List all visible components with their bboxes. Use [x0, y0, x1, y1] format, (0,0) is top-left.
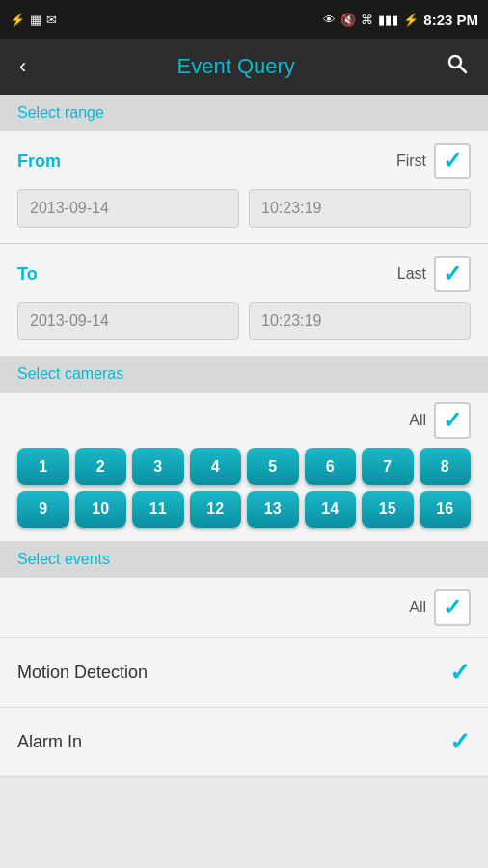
- camera-btn-13[interactable]: 13: [247, 491, 299, 528]
- to-last-row: Last ✓: [397, 256, 471, 292]
- camera-grid: 12345678910111213141516: [17, 448, 471, 528]
- image-icon: ▦: [30, 13, 41, 27]
- from-section: From First ✓ 2013-09-14 10:23:19: [0, 131, 488, 243]
- cameras-all-label: All: [409, 412, 426, 429]
- event-label-1: Alarm In: [17, 732, 82, 752]
- events-all-row: All ✓: [0, 578, 488, 638]
- from-date-time-row: 2013-09-14 10:23:19: [17, 189, 471, 228]
- event-label-0: Motion Detection: [17, 663, 148, 683]
- camera-btn-9[interactable]: 9: [17, 491, 69, 528]
- cameras-all-row: All ✓: [17, 402, 471, 439]
- camera-btn-10[interactable]: 10: [75, 491, 127, 528]
- event-checkmark-0: ✓: [449, 658, 471, 688]
- events-all-checkmark: ✓: [443, 594, 462, 621]
- status-right-icons: 👁 🔇 ⌘ ▮▮▮ ⚡ 8:23 PM: [323, 12, 478, 28]
- from-first-row: First ✓: [396, 143, 471, 179]
- camera-btn-15[interactable]: 15: [362, 491, 414, 528]
- from-date-field[interactable]: 2013-09-14: [17, 189, 239, 228]
- event-item-0[interactable]: Motion Detection✓: [0, 638, 488, 708]
- status-left-icons: ⚡ ▦ ✉: [10, 13, 57, 27]
- cameras-all-checkmark: ✓: [443, 407, 462, 434]
- camera-btn-3[interactable]: 3: [132, 448, 184, 485]
- events-all-label: All: [409, 599, 426, 616]
- to-time-field[interactable]: 10:23:19: [249, 302, 471, 340]
- camera-btn-5[interactable]: 5: [247, 448, 299, 485]
- camera-btn-8[interactable]: 8: [420, 448, 472, 485]
- camera-btn-7[interactable]: 7: [362, 448, 414, 485]
- eye-icon: 👁: [323, 13, 336, 27]
- events-list: Motion Detection✓Alarm In✓: [0, 638, 488, 777]
- to-last-checkbox[interactable]: ✓: [434, 256, 471, 292]
- signal-icon: ▮▮▮: [378, 13, 398, 27]
- from-label: From: [17, 151, 61, 172]
- usb-icon: ⚡: [10, 13, 25, 27]
- to-label: To: [17, 264, 38, 285]
- status-time: 8:23 PM: [423, 12, 478, 28]
- event-item-1[interactable]: Alarm In✓: [0, 708, 488, 777]
- camera-btn-4[interactable]: 4: [190, 448, 242, 485]
- from-time-field[interactable]: 10:23:19: [249, 189, 471, 228]
- camera-btn-2[interactable]: 2: [75, 448, 127, 485]
- camera-btn-12[interactable]: 12: [190, 491, 242, 528]
- to-last-checkmark: ✓: [443, 260, 462, 287]
- back-button[interactable]: ‹: [14, 49, 31, 84]
- nav-bar: ‹ Event Query: [0, 39, 488, 95]
- select-cameras-header: Select cameras: [0, 356, 488, 393]
- to-row: To Last ✓: [17, 256, 471, 292]
- select-events-header: Select events: [0, 541, 488, 578]
- cameras-all-checkbox[interactable]: ✓: [434, 402, 471, 439]
- search-button[interactable]: [441, 47, 474, 86]
- select-range-header: Select range: [0, 95, 488, 131]
- to-date-field[interactable]: 2013-09-14: [17, 302, 239, 340]
- status-bar: ⚡ ▦ ✉ 👁 🔇 ⌘ ▮▮▮ ⚡ 8:23 PM: [0, 0, 488, 39]
- camera-btn-1[interactable]: 1: [17, 448, 69, 485]
- last-label: Last: [397, 265, 426, 283]
- volume-icon: 🔇: [340, 13, 356, 27]
- from-first-checkmark: ✓: [443, 148, 462, 175]
- event-checkmark-1: ✓: [449, 727, 471, 757]
- svg-line-1: [459, 67, 466, 73]
- camera-btn-14[interactable]: 14: [305, 491, 357, 528]
- camera-btn-16[interactable]: 16: [420, 491, 472, 528]
- wifi-icon: ⌘: [361, 13, 373, 27]
- search-icon: [446, 52, 469, 75]
- first-label: First: [396, 152, 426, 170]
- nav-title: Event Query: [177, 54, 295, 79]
- camera-btn-6[interactable]: 6: [305, 448, 357, 485]
- camera-btn-11[interactable]: 11: [132, 491, 184, 528]
- to-section: To Last ✓ 2013-09-14 10:23:19: [0, 244, 488, 356]
- cameras-section: All ✓ 12345678910111213141516: [0, 393, 488, 541]
- to-date-time-row: 2013-09-14 10:23:19: [17, 302, 471, 340]
- events-section: All ✓ Motion Detection✓Alarm In✓: [0, 578, 488, 777]
- from-first-checkbox[interactable]: ✓: [434, 143, 471, 179]
- events-all-checkbox[interactable]: ✓: [434, 589, 471, 626]
- from-row: From First ✓: [17, 143, 471, 179]
- battery-icon: ⚡: [403, 13, 419, 27]
- mail-icon: ✉: [46, 13, 57, 27]
- content-area: Select range From First ✓ 2013-09-14 10:…: [0, 95, 488, 777]
